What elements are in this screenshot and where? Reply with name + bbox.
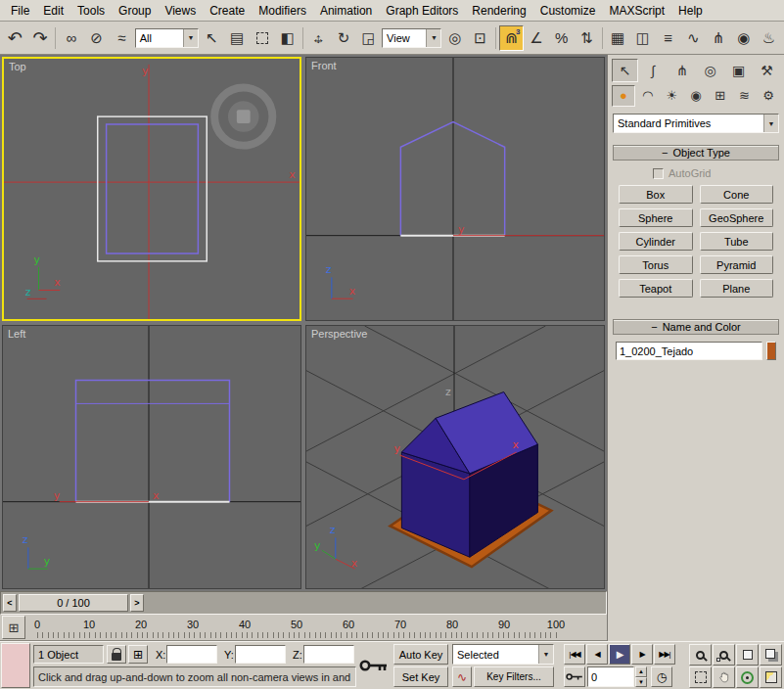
play-button[interactable]: ▶ [609,644,630,665]
viewport-perspective-canvas[interactable]: z y x z x [306,326,604,588]
torus-button[interactable]: Torus [619,255,693,274]
mini-curve-editor-button[interactable]: ⊞ [2,616,25,639]
primitive-category-dropdown[interactable]: Standard Primitives ▼ [613,114,779,133]
mirror-button[interactable]: ◫ [630,25,655,51]
select-and-link-button[interactable]: ∞ [59,25,83,51]
new-keys-curve-toggle[interactable]: ∿ [452,666,472,687]
sphere-button[interactable]: Sphere [619,208,693,227]
cone-button[interactable]: Cone [700,185,774,204]
spinner-down-button[interactable]: ▼ [635,677,647,688]
select-by-name-button[interactable]: ▤ [225,25,250,51]
menu-maxscript[interactable]: MAXScript [602,1,671,21]
z-coordinate-field[interactable] [304,646,353,663]
current-frame-field[interactable] [588,667,633,686]
selection-lock-toggle[interactable] [107,645,126,664]
menu-tools[interactable]: Tools [70,1,112,21]
spinner-up-button[interactable]: ▲ [635,666,647,677]
menu-rendering[interactable]: Rendering [465,1,532,21]
go-to-end-button[interactable]: ▶▶| [654,644,675,665]
teapot-button[interactable]: Teapot [619,279,693,298]
chevron-down-icon[interactable]: ▼ [183,29,198,47]
zoom-button[interactable] [689,644,712,666]
subtab-shapes[interactable]: ◠ [636,85,660,107]
track-selection-block[interactable] [1,643,30,688]
track-bar-ruler[interactable]: 0 10 20 30 40 50 60 70 80 90 100 [29,616,605,639]
chevron-down-icon[interactable]: ▼ [763,115,778,132]
time-slider-next-button[interactable]: > [130,594,144,612]
bind-to-spacewarp-button[interactable]: ≈ [110,25,134,51]
menu-group[interactable]: Group [112,1,158,21]
curve-editor-button[interactable]: ∿ [681,25,706,51]
tab-utilities[interactable]: ⚒ [754,59,780,82]
select-and-move-button[interactable]: ↔ ↕ [306,25,331,51]
angle-snap-button[interactable]: ∠ [525,25,549,51]
redo-button[interactable]: ↷ [28,25,53,51]
time-slider-track[interactable] [146,594,604,612]
tab-create[interactable]: ↖ [612,59,638,82]
object-color-swatch[interactable] [766,342,776,360]
undo-button[interactable]: ↶ [3,25,27,51]
named-selection-sets-button[interactable]: ▦ [606,25,630,51]
menu-help[interactable]: Help [671,1,710,21]
key-filters-button[interactable]: Key Filters... [474,666,554,687]
cylinder-button[interactable]: Cylinder [619,232,693,251]
select-object-button[interactable]: ↖ [200,25,224,51]
subtab-space-warps[interactable]: ≋ [733,85,757,107]
tab-display[interactable]: ▣ [725,59,752,82]
zoom-region-button[interactable] [689,666,712,688]
key-mode-toggle[interactable] [564,666,585,687]
base-wireframe-white[interactable] [98,116,208,261]
menu-animation[interactable]: Animation [313,1,379,21]
unlink-selection-button[interactable]: ⊘ [84,25,109,51]
object-type-rollout-header[interactable]: − Object Type [613,145,779,161]
set-key-big-button[interactable] [358,644,390,687]
y-coordinate-field[interactable] [236,646,285,663]
viewport-top-canvas[interactable]: y x y x z [4,59,300,319]
menu-file[interactable]: File [4,1,36,21]
absolute-offset-toggle[interactable]: ⊞ [128,645,148,664]
time-slider-handle[interactable]: 0 / 100 [19,594,128,612]
plane-button[interactable]: Plane [700,279,774,298]
name-color-rollout-header[interactable]: − Name and Color [613,319,779,335]
geosphere-button[interactable]: GeoSphere [700,208,774,227]
time-slider-prev-button[interactable]: < [3,594,17,612]
snaps-toggle-button[interactable]: ⋒ 3 [499,25,524,51]
viewport-top[interactable]: Top y x y x [2,57,301,321]
menu-graph-editors[interactable]: Graph Editors [379,1,465,21]
min-max-toggle-button[interactable] [760,666,782,688]
set-key-button[interactable]: Set Key [393,666,448,687]
subtab-cameras[interactable]: ◉ [684,85,708,107]
subtab-helpers[interactable]: ⊞ [709,85,732,107]
selection-region-button[interactable] [250,25,274,51]
house-outline-purple[interactable] [76,381,230,502]
subtab-systems[interactable]: ⚙ [757,85,780,107]
arc-rotate-button[interactable] [736,666,759,688]
percent-snap-button[interactable]: % [549,25,574,51]
previous-frame-button[interactable]: ◀ [586,644,608,665]
roof-wireframe-purple[interactable] [107,124,199,253]
select-and-scale-button[interactable]: ◲ [356,25,381,51]
chevron-down-icon[interactable]: ▼ [538,645,553,664]
object-name-field[interactable] [616,342,762,360]
tab-motion[interactable]: ◎ [697,59,723,82]
go-to-start-button[interactable]: |◀◀ [564,644,585,665]
chevron-down-icon[interactable]: ▼ [426,29,440,47]
pan-view-button[interactable] [713,666,735,688]
subtab-lights[interactable]: ☀ [660,85,683,107]
autogrid-checkbox[interactable] [653,168,664,179]
select-and-rotate-button[interactable]: ↻ [332,25,356,51]
zoom-all-button[interactable] [713,644,735,666]
auto-key-button[interactable]: Auto Key [393,644,448,665]
viewport-front-canvas[interactable]: y z x [306,58,604,320]
next-frame-button[interactable]: ▶ [631,644,653,665]
viewport-left-canvas[interactable]: y x z y [3,326,300,588]
viewport-front[interactable]: Front y z x [305,57,605,321]
viewport-left[interactable]: Left y x z y [2,325,301,589]
spinner-snap-button[interactable]: ⇅ [575,25,599,51]
viewport-perspective[interactable]: Perspective z [305,325,605,589]
tab-modify[interactable]: ∫ [640,59,667,82]
menu-modifiers[interactable]: Modifiers [252,1,313,21]
material-editor-button[interactable]: ◉ [731,25,756,51]
schematic-view-button[interactable]: ⋔ [707,25,731,51]
reference-coordinate-dropdown[interactable]: View ▼ [382,28,441,48]
